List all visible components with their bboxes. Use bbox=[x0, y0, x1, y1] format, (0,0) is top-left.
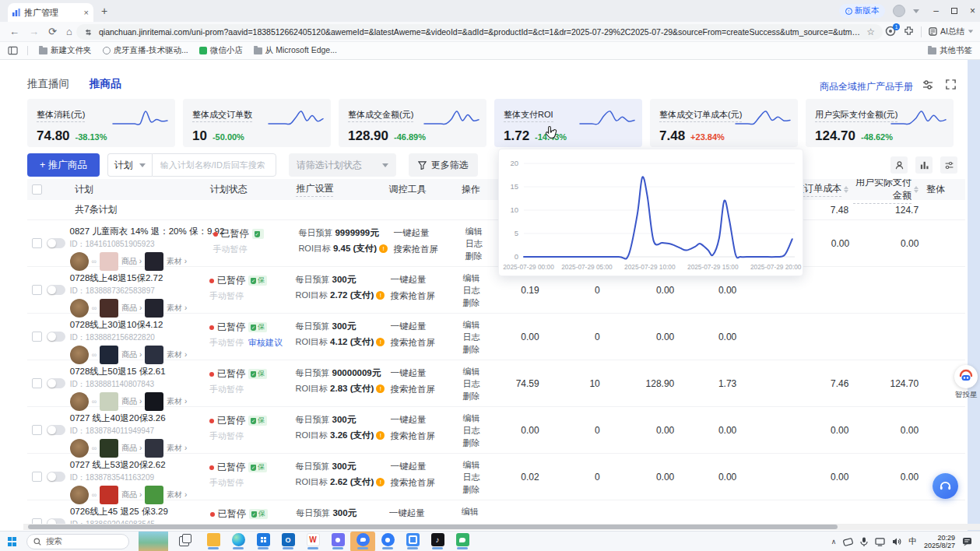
search-input[interactable] bbox=[159, 160, 272, 170]
material-link[interactable]: 素材 › bbox=[167, 256, 187, 267]
window-minimize-button[interactable]: – bbox=[933, 5, 939, 16]
tool-link[interactable]: 搜索抢首屏 bbox=[391, 337, 451, 349]
task-view-icon[interactable] bbox=[179, 536, 189, 546]
ime-indicator[interactable]: 中 bbox=[908, 536, 917, 547]
product-link[interactable]: 商品 › bbox=[121, 303, 142, 314]
plan-title[interactable]: 0727 线上40退20保3.26 bbox=[70, 412, 203, 424]
sort-icon[interactable] bbox=[914, 186, 919, 193]
row-toggle[interactable] bbox=[47, 425, 65, 435]
notifications-icon[interactable] bbox=[962, 537, 972, 546]
op-link[interactable]: 编辑 bbox=[462, 365, 486, 377]
forward-icon[interactable]: → bbox=[29, 26, 39, 37]
volume-icon[interactable] bbox=[892, 537, 901, 546]
row-checkbox[interactable] bbox=[32, 472, 42, 482]
row-checkbox[interactable] bbox=[32, 285, 42, 295]
row-toggle[interactable] bbox=[47, 518, 65, 524]
tool-link[interactable]: 搜索抢首屏 bbox=[391, 477, 451, 489]
plan-title[interactable]: 0726线上45 退25 保3.29 bbox=[70, 506, 204, 518]
bookmark-item[interactable]: 从 Microsoft Edge... bbox=[254, 45, 337, 56]
plan-title[interactable]: 0827 儿童雨衣 14% 退：20% 保：9.92 bbox=[70, 226, 207, 237]
tool-link[interactable]: 一键起量 bbox=[391, 461, 451, 472]
scrollbar-thumb[interactable] bbox=[28, 525, 838, 529]
product-link[interactable]: 商品 › bbox=[121, 396, 142, 407]
op-link[interactable]: 日志 bbox=[462, 471, 486, 483]
side-panel-icon[interactable] bbox=[8, 46, 18, 55]
network-display-icon[interactable] bbox=[875, 538, 885, 546]
row-checkbox[interactable] bbox=[32, 518, 42, 524]
op-link[interactable]: 删除 bbox=[462, 390, 486, 402]
refresh-icon[interactable]: ⟳ bbox=[48, 26, 57, 37]
row-checkbox[interactable] bbox=[32, 425, 42, 435]
adblock-extension-icon[interactable]: 1 bbox=[885, 26, 897, 37]
qianchuan-chat-app-icon[interactable] bbox=[350, 532, 375, 551]
tray-chevron-icon[interactable]: ∧ bbox=[831, 538, 837, 546]
meeting-app-app-icon[interactable] bbox=[325, 532, 350, 551]
assistant-widget[interactable]: 智投星 bbox=[953, 365, 979, 400]
extensions-icon[interactable] bbox=[904, 26, 914, 37]
file-explorer-app-icon[interactable] bbox=[201, 532, 226, 551]
wps-app-icon[interactable]: W bbox=[300, 532, 325, 551]
row-toggle[interactable] bbox=[47, 238, 65, 248]
new-tab-button[interactable]: + bbox=[101, 5, 107, 17]
row-checkbox[interactable] bbox=[32, 332, 42, 342]
microphone-icon[interactable] bbox=[860, 537, 868, 546]
op-link[interactable]: 删除 bbox=[462, 343, 486, 356]
op-link[interactable]: 编辑 bbox=[462, 412, 486, 424]
tool-link[interactable]: 搜索抢首屏 bbox=[391, 430, 451, 442]
fullscreen-icon[interactable] bbox=[945, 79, 959, 93]
row-toggle[interactable] bbox=[47, 472, 65, 482]
wecom-app-icon[interactable] bbox=[450, 532, 475, 551]
sort-icon[interactable] bbox=[844, 186, 848, 193]
op-link[interactable]: 编辑 bbox=[462, 272, 486, 284]
op-link[interactable]: 日志 bbox=[465, 237, 490, 250]
tool-link[interactable]: 一键起量 bbox=[391, 367, 451, 379]
column-settings-icon[interactable] bbox=[940, 156, 957, 174]
browser-app-app-icon[interactable] bbox=[375, 532, 400, 551]
op-link[interactable]: 日志 bbox=[462, 377, 486, 390]
stat-card[interactable]: 整体成交金额(元)128.90-46.89% bbox=[339, 99, 486, 147]
product-link[interactable]: 商品 › bbox=[121, 443, 142, 454]
tool-link[interactable]: 一键起量 bbox=[391, 274, 451, 286]
ai-summary-button[interactable]: AI总结 bbox=[921, 26, 974, 37]
douyin-store-app-icon[interactable] bbox=[400, 532, 425, 551]
edge-app-icon[interactable] bbox=[226, 532, 251, 551]
material-link[interactable]: 素材 › bbox=[167, 396, 187, 407]
tab-close-icon[interactable]: × bbox=[84, 8, 89, 17]
stat-card[interactable]: 整体支付ROI1.72-14.43% bbox=[494, 99, 642, 147]
op-link[interactable]: 编辑 bbox=[462, 318, 486, 331]
url-bar[interactable]: qianchuan.jinritemai.com/uni-prom?aavid=… bbox=[76, 24, 883, 40]
promote-product-button[interactable]: + 推广商品 bbox=[27, 153, 100, 177]
window-close-button[interactable]: × bbox=[970, 5, 975, 16]
tool-link[interactable]: 一键起量 bbox=[389, 507, 449, 519]
other-bookmarks[interactable]: 其他书签 bbox=[928, 45, 972, 56]
start-button[interactable] bbox=[8, 537, 17, 546]
op-link[interactable]: 删除 bbox=[462, 297, 486, 309]
tab-live-room[interactable]: 推直播间 bbox=[27, 77, 69, 91]
header-user-paid[interactable]: 用户实际支付金额 bbox=[853, 179, 923, 200]
plan-title[interactable]: 0728线上30退10保4.12 bbox=[70, 319, 203, 331]
row-checkbox[interactable] bbox=[32, 238, 42, 248]
op-link[interactable]: 编辑 bbox=[462, 458, 486, 471]
plan-title[interactable]: 0728线上48退15保2.72 bbox=[70, 272, 203, 284]
status-filter-select[interactable]: 请筛选计划状态 bbox=[289, 153, 396, 177]
tool-link[interactable]: 一键起量 bbox=[391, 321, 451, 332]
op-link[interactable]: 删除 bbox=[462, 437, 486, 449]
op-link[interactable]: 编辑 bbox=[465, 225, 490, 237]
back-icon[interactable]: ← bbox=[9, 26, 19, 37]
new-version-button[interactable]: ↑新版本 bbox=[839, 4, 886, 18]
material-link[interactable]: 素材 › bbox=[167, 490, 187, 500]
review-suggestion-link[interactable]: 审核建议 bbox=[248, 337, 283, 349]
tool-link[interactable]: 一键起量 bbox=[391, 414, 451, 426]
robot-icon[interactable] bbox=[954, 365, 978, 388]
tab-products[interactable]: 推商品 bbox=[90, 77, 121, 91]
stat-card[interactable]: 整体成交订单数10-50.00% bbox=[183, 99, 331, 147]
more-filters-button[interactable]: 更多筛选 bbox=[409, 153, 478, 177]
site-info-icon[interactable] bbox=[84, 28, 93, 37]
product-link[interactable]: 商品 › bbox=[121, 349, 142, 360]
horizontal-scrollbar[interactable] bbox=[23, 524, 980, 530]
product-link[interactable]: 商品 › bbox=[121, 490, 142, 500]
profile-menu-icon[interactable] bbox=[913, 9, 919, 13]
header-settings[interactable]: 推广设置 bbox=[283, 179, 378, 200]
bookmark-item[interactable]: 新建文件夹 bbox=[39, 45, 92, 56]
op-link[interactable]: 删除 bbox=[462, 483, 486, 496]
